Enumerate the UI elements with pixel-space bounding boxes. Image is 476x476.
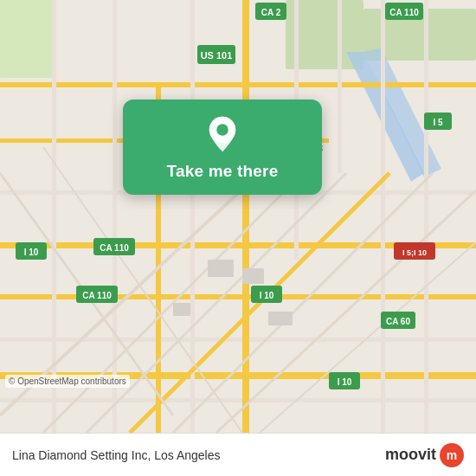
svg-text:CA 110: CA 110	[100, 243, 129, 253]
svg-rect-4	[294, 4, 355, 65]
svg-rect-59	[268, 312, 293, 325]
svg-rect-12	[0, 338, 476, 342]
take-me-card[interactable]: Take me there	[123, 100, 322, 195]
map-view: US 101 CA 2 CA 110 I 5 I 5;I 10 CA 110 I…	[0, 0, 476, 433]
svg-rect-14	[0, 398, 476, 402]
svg-rect-19	[242, 0, 249, 433]
svg-rect-7	[0, 82, 476, 87]
svg-text:I 5: I 5	[433, 118, 443, 127]
bottom-bar: Lina Diamond Setting Inc, Los Angeles mo…	[0, 433, 476, 476]
svg-rect-21	[338, 0, 342, 173]
svg-text:CA 60: CA 60	[386, 317, 410, 326]
svg-rect-23	[424, 0, 428, 433]
moovit-logo: moovit m	[385, 443, 464, 467]
svg-text:I 10: I 10	[24, 248, 39, 257]
svg-text:CA 2: CA 2	[261, 8, 281, 17]
moovit-logo-icon: m	[440, 443, 464, 467]
svg-rect-57	[242, 268, 264, 284]
svg-rect-22	[381, 0, 385, 433]
svg-text:CA 110: CA 110	[389, 8, 419, 17]
take-me-button[interactable]: Take me there	[167, 162, 279, 181]
svg-text:US 101: US 101	[201, 50, 233, 61]
moovit-logo-text: moovit	[385, 446, 436, 464]
map-copyright: © OpenStreetMap contributors	[5, 375, 130, 388]
location-label: Lina Diamond Setting Inc, Los Angeles	[12, 448, 221, 462]
svg-rect-11	[0, 294, 476, 299]
svg-text:CA 110: CA 110	[82, 291, 112, 300]
svg-point-61	[216, 124, 228, 136]
svg-text:I 10: I 10	[338, 377, 352, 387]
svg-rect-58	[173, 303, 190, 316]
svg-rect-3	[0, 0, 52, 78]
svg-text:I 5;I 10: I 5;I 10	[402, 248, 427, 257]
location-pin-icon	[203, 115, 241, 153]
svg-text:I 10: I 10	[260, 291, 274, 300]
svg-rect-16	[113, 0, 117, 433]
svg-rect-56	[208, 260, 234, 277]
